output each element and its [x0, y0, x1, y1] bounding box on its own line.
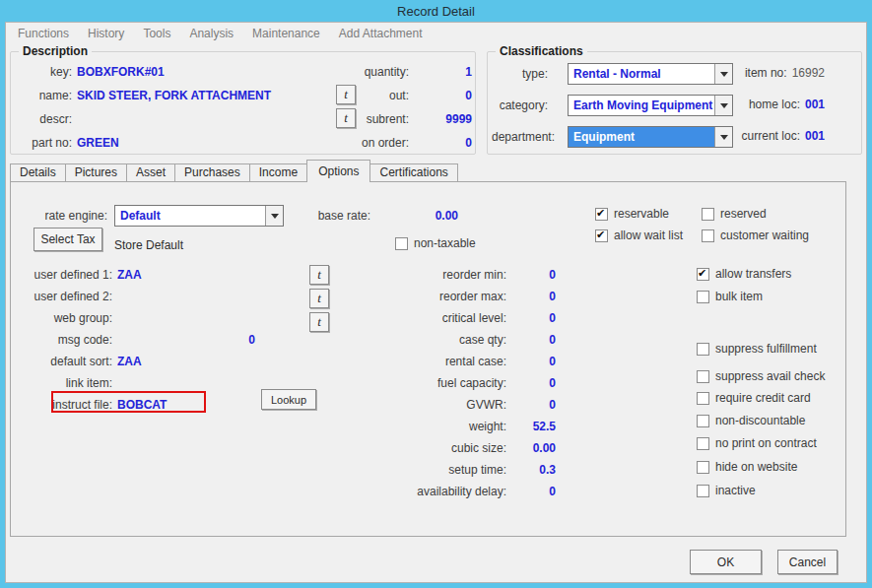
menu-bar: Functions History Tools Analysis Mainten… [10, 26, 431, 43]
department-row: department: Equipment [492, 126, 733, 148]
suppress-fulfillment-checkbox-row[interactable]: suppress fulfillment [697, 342, 817, 356]
reservable-checkbox-row[interactable]: reservable [595, 207, 683, 221]
availability-delay-row: availability delay: 0 [349, 484, 556, 498]
reserved-checkbox[interactable] [702, 208, 714, 221]
rental-case-value: 0 [508, 355, 556, 368]
bulk-item-label: bulk item [715, 290, 763, 303]
allow-wait-list-checkbox[interactable] [595, 229, 608, 242]
tab-options[interactable]: Options [306, 160, 370, 182]
menu-analysis[interactable]: Analysis [181, 26, 241, 43]
allow-wait-list-checkbox-row[interactable]: allow wait list [595, 229, 683, 242]
reorder-min-row: reorder min: 0 [349, 267, 556, 282]
department-select[interactable]: Equipment [568, 126, 733, 148]
rate-engine-select[interactable]: Default [114, 205, 284, 227]
key-value: BOBXFORK#01 [77, 65, 165, 79]
descr-row: descr: [25, 111, 271, 127]
suppress-avail-check-checkbox[interactable] [697, 370, 709, 383]
web-group-row: web group: [26, 310, 255, 325]
category-label: category: [492, 98, 548, 112]
suppress-avail-check-checkbox-row[interactable]: suppress avail check [697, 369, 825, 383]
instruct-file-row: instruct file: BOBCAT [26, 397, 255, 412]
category-dropdown-button[interactable] [714, 96, 732, 115]
critical-level-row: critical level: 0 [349, 310, 556, 325]
part-no-row: part no: GREEN [25, 135, 271, 151]
chevron-down-icon [720, 103, 728, 108]
no-print-on-contract-label: no print on contract [715, 436, 817, 450]
fuel-capacity-value: 0 [508, 376, 556, 390]
out-value: 0 [409, 89, 472, 102]
hide-on-website-checkbox-row[interactable]: hide on website [697, 460, 797, 474]
current-loc-row: current loc: 001 [734, 129, 825, 143]
non-discountable-checkbox[interactable] [697, 415, 709, 427]
type-select[interactable]: Rental - Normal [568, 63, 733, 85]
menu-add-attachment[interactable]: Add Attachment [331, 26, 431, 43]
part-no-label: part no: [25, 136, 72, 150]
description-group: Description key: BOBXFORK#01 name: SKID … [10, 51, 476, 155]
inactive-label: inactive [715, 484, 756, 497]
t-button-user-defined-1[interactable]: t [309, 265, 329, 285]
cancel-button[interactable]: Cancel [777, 550, 838, 574]
case-qty-value: 0 [508, 333, 556, 347]
menu-functions[interactable]: Functions [10, 26, 77, 43]
no-print-on-contract-checkbox[interactable] [697, 437, 709, 450]
reservable-checkbox[interactable] [595, 208, 608, 221]
menu-maintenance[interactable]: Maintenance [244, 26, 328, 43]
tab-income[interactable]: Income [249, 163, 307, 181]
base-rate-label: base rate: [308, 209, 370, 223]
non-taxable-checkbox[interactable] [395, 237, 408, 250]
tab-details[interactable]: Details [10, 163, 66, 181]
type-value: Rental - Normal [569, 64, 714, 84]
key-label: key: [25, 65, 72, 79]
title-bar[interactable]: Record Detail [0, 0, 872, 22]
bulk-item-checkbox[interactable] [697, 291, 709, 303]
type-dropdown-button[interactable] [714, 64, 732, 84]
lookup-button[interactable]: Lookup [261, 389, 316, 410]
department-dropdown-button[interactable] [714, 127, 732, 147]
suppress-fulfillment-checkbox[interactable] [697, 343, 709, 356]
type-label: type: [492, 67, 548, 81]
reorder-max-value: 0 [508, 290, 556, 303]
customer-waiting-checkbox[interactable] [702, 229, 714, 242]
ok-button[interactable]: OK [690, 550, 762, 574]
availability-delay-label: availability delay: [349, 485, 506, 498]
tab-asset[interactable]: Asset [126, 163, 175, 181]
web-group-label: web group: [26, 311, 112, 325]
allow-transfers-checkbox-row[interactable]: allow transfers [697, 267, 791, 281]
allow-transfers-checkbox[interactable] [697, 268, 709, 281]
menu-tools[interactable]: Tools [135, 26, 178, 43]
tab-purchases[interactable]: Purchases [174, 163, 250, 181]
non-discountable-checkbox-row[interactable]: non-discountable [697, 414, 805, 427]
tab-certifications[interactable]: Certifications [369, 163, 457, 181]
tab-strip: Details Pictures Asset Purchases Income … [10, 160, 457, 181]
on-order-label: on order: [346, 136, 409, 150]
non-taxable-checkbox-row[interactable]: non-taxable [395, 236, 476, 250]
home-loc-label: home loc: [749, 98, 800, 111]
require-credit-card-checkbox[interactable] [697, 392, 709, 405]
default-sort-row: default sort: ZAA [26, 354, 255, 368]
no-print-on-contract-checkbox-row[interactable]: no print on contract [697, 436, 817, 450]
inactive-checkbox-row[interactable]: inactive [697, 484, 756, 497]
tab-pictures[interactable]: Pictures [65, 163, 127, 181]
user-defined-1-value: ZAA [117, 268, 142, 282]
customer-waiting-checkbox-row[interactable]: customer waiting [702, 229, 809, 242]
rate-engine-dropdown-button[interactable] [265, 206, 283, 226]
select-tax-button[interactable]: Select Tax [34, 228, 102, 251]
cubic-size-row: cubic size: 0.00 [349, 440, 556, 455]
t-button-web-group[interactable]: t [309, 312, 329, 332]
user-defined-2-row: user defined 2: [26, 289, 255, 303]
subrent-label: subrent: [346, 112, 409, 126]
type-row: type: Rental - Normal [492, 63, 733, 85]
hide-on-website-checkbox[interactable] [697, 461, 709, 474]
category-select[interactable]: Earth Moving Equipment [568, 95, 733, 116]
critical-level-value: 0 [508, 311, 556, 325]
menu-history[interactable]: History [80, 26, 132, 43]
reserved-checkbox-row[interactable]: reserved [702, 207, 809, 221]
quantity-label: quantity: [346, 65, 409, 79]
inactive-checkbox[interactable] [697, 485, 709, 497]
user-defined-1-row: user defined 1: ZAA [26, 267, 255, 282]
t-button-user-defined-2[interactable]: t [309, 289, 329, 308]
subrent-value: 9999 [409, 112, 472, 126]
bulk-item-checkbox-row[interactable]: bulk item [697, 290, 763, 303]
require-credit-card-checkbox-row[interactable]: require credit card [697, 391, 811, 405]
window-title: Record Detail [397, 4, 475, 19]
